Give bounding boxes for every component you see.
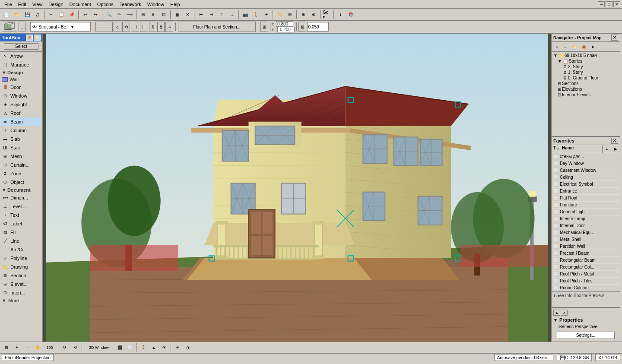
line-tool[interactable]: ╱ Line	[0, 237, 42, 245]
column-tool[interactable]: ⌶ Column	[0, 126, 42, 135]
beam-tool[interactable]: ═ Beam	[0, 117, 42, 126]
view1-btn[interactable]: ⊢	[196, 10, 206, 19]
info-btn[interactable]: ℹ	[336, 10, 345, 19]
text-tool[interactable]: T Text	[0, 211, 42, 219]
tree-story1[interactable]: 🗎 1. Story	[552, 70, 619, 75]
tree-stories[interactable]: ▼ 📋 Stories	[552, 58, 619, 64]
arrow-tool[interactable]: ↖ Arrow	[0, 52, 42, 60]
transform-btn[interactable]: ⊞	[138, 10, 148, 19]
walk-btn[interactable]: 🚶	[251, 10, 260, 19]
fav-item-14[interactable]: ⬜ Precast I Beam	[552, 250, 620, 257]
fav-scroll-up[interactable]: ▲	[603, 145, 611, 153]
turntable-btn[interactable]: ⟲	[70, 343, 80, 352]
cut-button[interactable]: ✂	[46, 10, 56, 19]
curtain-tool[interactable]: ⊞ Curtain...	[0, 161, 42, 169]
mirror-btn[interactable]: ⟲	[122, 22, 130, 32]
nav-home-btn[interactable]: ⌂	[552, 43, 561, 51]
redo-button[interactable]: ↪	[91, 10, 100, 19]
toolbox-pin-btn[interactable]: 📌	[26, 35, 33, 41]
menu-edit[interactable]: Edit	[16, 1, 29, 7]
stair-tool[interactable]: ⚿ Stair	[0, 143, 42, 152]
copy-button[interactable]: 📋	[57, 10, 66, 19]
library-btn[interactable]: 📚	[346, 10, 355, 19]
render-btn[interactable]: ⬛	[115, 343, 124, 352]
measure-btn[interactable]: 📏	[275, 10, 284, 19]
section-tool[interactable]: ⊟ Section	[0, 271, 42, 280]
2d-view-btn[interactable]: □	[19, 22, 25, 32]
pen-tool[interactable]: ✏	[114, 10, 124, 19]
fav-item-17[interactable]: ⬜ Roof Pitch - Metal	[552, 271, 620, 278]
fav-item-10[interactable]: ⬜ Internal Door	[552, 222, 620, 229]
orbit-btn[interactable]: ⟳	[60, 343, 70, 352]
find-button[interactable]: 🔍	[104, 10, 114, 19]
fav-item-9[interactable]: ⬜ Interior Lamp	[552, 215, 620, 222]
floor-plan-btn[interactable]: Floor Plan and Section...	[178, 22, 256, 32]
nav-folder-btn[interactable]: 📁	[571, 43, 579, 51]
menu-view[interactable]: View	[30, 1, 45, 7]
fav-item-18[interactable]: ⬜ Roof Pitch - Tiles	[552, 278, 620, 285]
align-btn[interactable]: ≡	[149, 10, 158, 19]
wall-tool[interactable]: Wall	[0, 76, 42, 83]
fav-item-6[interactable]: ⬜ Flat Roof	[552, 195, 620, 202]
elevation-tool[interactable]: ⊞ Elevat...	[0, 280, 42, 288]
settings-button[interactable]: Settings...	[557, 332, 615, 339]
fav-item-1[interactable]: ⬜ Bay Window	[552, 160, 620, 167]
fav-item-4[interactable]: ⬜ Electrical Symbol	[552, 181, 620, 188]
fill-tool[interactable]: ▤ Fill	[0, 228, 42, 237]
fav-scroll-more[interactable]: ▶	[611, 145, 620, 153]
menu-options[interactable]: Options	[95, 1, 116, 7]
view3-btn[interactable]: ⊤	[217, 10, 226, 19]
layer2-btn[interactable]: ⊗	[309, 10, 318, 19]
fav-item-12[interactable]: ⬜ Metal Shell	[552, 236, 620, 243]
select-button[interactable]: Select	[4, 43, 38, 50]
tree-interior[interactable]: ⊡ Interior Elevati...	[552, 92, 619, 98]
fav-item-0[interactable]: ⬜ стены для...	[552, 153, 620, 160]
polyline-tool[interactable]: ⟋ Polyline	[0, 254, 42, 263]
wand-tool[interactable]: ⟿	[125, 10, 134, 19]
view-settings-btn[interactable]: ⊞	[260, 22, 268, 32]
tree-story0[interactable]: 🗎 0. Ground Floor	[552, 75, 619, 81]
filter-dropdown[interactable]: 👁 Structural - Be... ▾	[30, 22, 91, 32]
roof-tool[interactable]: △ Roof	[0, 109, 42, 117]
interior-tool[interactable]: ⊡ Interi...	[0, 288, 42, 297]
menu-file[interactable]: File	[2, 1, 15, 7]
fav-item-11[interactable]: ⬜ Mechanical Equ...	[552, 229, 620, 236]
door-tool[interactable]: 🚪 Door	[0, 83, 42, 92]
pan-btn[interactable]: ✋	[33, 343, 42, 352]
fav-close-btn[interactable]: ✕	[611, 138, 618, 144]
nav-pub-btn[interactable]: 📤	[580, 43, 588, 51]
zone-tool[interactable]: Z Zone	[0, 169, 42, 178]
tree-story2[interactable]: 🗎 2. Story	[552, 64, 619, 70]
zoom-in-btn[interactable]: +	[12, 343, 22, 352]
menu-help[interactable]: Help	[168, 1, 183, 7]
split-btn[interactable]: ⊣	[131, 22, 139, 32]
drawing-tool[interactable]: 📐 Drawing	[0, 263, 42, 271]
skylight-tool[interactable]: ◈ Skylight	[0, 100, 42, 109]
fav-item-16[interactable]: ⬜ Rectangular Col...	[552, 264, 620, 271]
close-x-btn[interactable]: ✕	[183, 10, 192, 19]
paste-button[interactable]: 📌	[67, 10, 76, 19]
menu-design[interactable]: Design	[46, 1, 66, 7]
3d-btn[interactable]: ▦	[172, 10, 182, 19]
menu-teamwork[interactable]: Teamwork	[117, 1, 144, 7]
sun-btn[interactable]: ☀	[173, 343, 182, 352]
viewport-3d[interactable]	[43, 34, 551, 342]
print-button[interactable]: 🖨	[33, 10, 42, 19]
see-info-row[interactable]: ℹ See Info Box for Preview	[552, 291, 620, 299]
layer-btn[interactable]: ⊕	[298, 10, 308, 19]
zoom-pct[interactable]: 100	[43, 343, 56, 352]
offset-btn[interactable]: ⇥	[165, 22, 173, 32]
tree-elevations[interactable]: ⊞ Elevations	[552, 86, 619, 92]
document-category[interactable]: ▼ Document	[0, 187, 42, 193]
prop-btn1[interactable]: ▲	[553, 310, 560, 316]
fav-item-8[interactable]: ⬜ General Light	[552, 209, 620, 215]
view2-btn[interactable]: ⊣	[206, 10, 216, 19]
offset-icon-btn[interactable]: ⊠	[298, 22, 306, 32]
toolbox-close-btn[interactable]: ✕	[34, 35, 41, 41]
go-btn[interactable]: Go ▾	[322, 10, 332, 19]
fly-btn[interactable]: ✈	[261, 10, 271, 19]
tree-sections[interactable]: ⊟ Sections	[552, 81, 619, 86]
calc-btn[interactable]: ⊞	[285, 10, 295, 19]
fav-item-7[interactable]: ⬜ Furniture	[552, 202, 620, 209]
new-button[interactable]: 📄	[2, 10, 11, 19]
